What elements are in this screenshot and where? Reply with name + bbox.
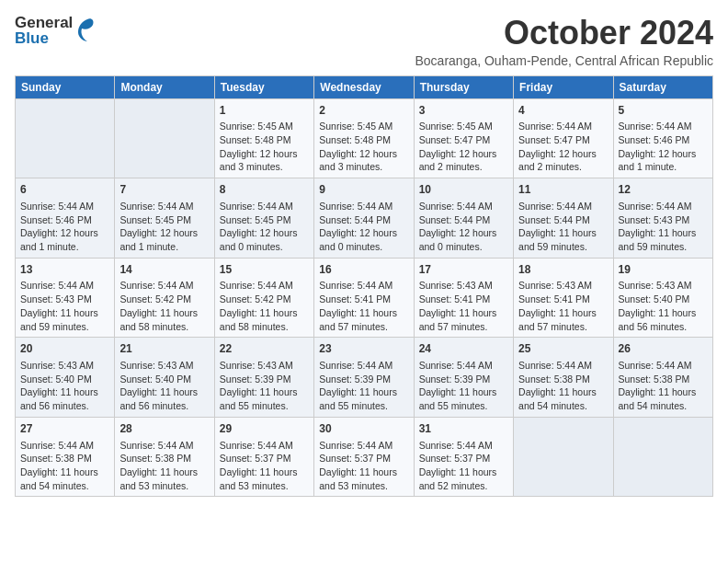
- day-info: Sunrise: 5:44 AM: [419, 200, 508, 213]
- calendar-cell: 17Sunrise: 5:43 AMSunset: 5:41 PMDayligh…: [414, 258, 513, 338]
- day-info: Sunset: 5:48 PM: [319, 133, 408, 147]
- day-info: Sunrise: 5:44 AM: [119, 439, 209, 453]
- day-info: Sunrise: 5:43 AM: [619, 279, 708, 293]
- day-number: 23: [319, 341, 408, 357]
- day-number: 21: [119, 341, 209, 357]
- day-info: and 58 minutes.: [220, 320, 309, 334]
- calendar-week-5: 27Sunrise: 5:44 AMSunset: 5:38 PMDayligh…: [16, 417, 713, 497]
- day-info: Sunrise: 5:44 AM: [220, 439, 309, 453]
- day-info: Sunset: 5:42 PM: [119, 293, 209, 306]
- day-info: Daylight: 11 hours: [419, 465, 508, 479]
- calendar-cell: 31Sunrise: 5:44 AMSunset: 5:37 PMDayligh…: [414, 417, 513, 497]
- day-info: Sunrise: 5:44 AM: [319, 279, 408, 293]
- calendar-cell: [16, 98, 115, 178]
- day-info: Daylight: 11 hours: [119, 306, 209, 320]
- day-info: Sunrise: 5:43 AM: [419, 279, 508, 293]
- calendar-cell: 24Sunrise: 5:44 AMSunset: 5:39 PMDayligh…: [414, 338, 513, 418]
- calendar-week-2: 6Sunrise: 5:44 AMSunset: 5:46 PMDaylight…: [16, 178, 713, 259]
- day-info: Sunrise: 5:44 AM: [20, 200, 109, 213]
- calendar-cell: 1Sunrise: 5:45 AMSunset: 5:48 PMDaylight…: [214, 98, 313, 178]
- calendar-cell: 28Sunrise: 5:44 AMSunset: 5:38 PMDayligh…: [115, 417, 214, 497]
- day-info: and 1 minute.: [119, 240, 209, 254]
- day-info: and 53 minutes.: [220, 479, 309, 493]
- day-info: Sunset: 5:42 PM: [220, 293, 309, 306]
- day-number: 2: [319, 103, 408, 119]
- day-info: Sunrise: 5:44 AM: [220, 200, 309, 213]
- day-info: Daylight: 11 hours: [20, 465, 109, 479]
- day-info: Sunset: 5:38 PM: [20, 452, 109, 465]
- day-info: Sunset: 5:45 PM: [119, 213, 209, 227]
- day-info: Sunrise: 5:44 AM: [619, 359, 708, 373]
- day-info: Daylight: 11 hours: [518, 385, 608, 399]
- day-info: Sunset: 5:47 PM: [419, 133, 508, 147]
- day-info: Daylight: 12 hours: [220, 226, 309, 240]
- day-number: 9: [319, 182, 408, 198]
- day-info: Sunset: 5:46 PM: [20, 213, 109, 227]
- day-header-wednesday: Wednesday: [314, 75, 414, 98]
- day-info: Sunset: 5:39 PM: [319, 373, 408, 386]
- day-info: Sunset: 5:40 PM: [619, 293, 708, 306]
- day-info: and 2 minutes.: [419, 160, 508, 174]
- day-info: Sunrise: 5:44 AM: [20, 439, 109, 453]
- day-info: Sunrise: 5:44 AM: [518, 359, 608, 373]
- day-header-friday: Friday: [514, 75, 613, 98]
- day-info: Daylight: 11 hours: [220, 306, 309, 320]
- calendar-week-1: 1Sunrise: 5:45 AMSunset: 5:48 PMDaylight…: [16, 98, 713, 178]
- day-info: Daylight: 12 hours: [518, 147, 608, 161]
- day-header-monday: Monday: [115, 75, 214, 98]
- calendar-cell: 6Sunrise: 5:44 AMSunset: 5:46 PMDaylight…: [16, 178, 115, 259]
- day-info: Daylight: 11 hours: [419, 306, 508, 320]
- calendar-cell: 13Sunrise: 5:44 AMSunset: 5:43 PMDayligh…: [16, 258, 115, 338]
- calendar-cell: 15Sunrise: 5:44 AMSunset: 5:42 PMDayligh…: [214, 258, 313, 338]
- day-info: Sunset: 5:37 PM: [419, 452, 508, 465]
- day-info: Daylight: 12 hours: [419, 147, 508, 161]
- day-number: 12: [619, 182, 708, 198]
- logo: General Blue: [15, 15, 95, 46]
- day-number: 10: [419, 182, 508, 198]
- day-info: and 1 minute.: [20, 240, 109, 254]
- logo-general: General: [15, 15, 73, 30]
- day-number: 20: [20, 341, 109, 357]
- day-info: Sunrise: 5:44 AM: [319, 200, 408, 213]
- calendar-cell: 14Sunrise: 5:44 AMSunset: 5:42 PMDayligh…: [115, 258, 214, 338]
- logo-blue: Blue: [15, 30, 73, 46]
- calendar-cell: 21Sunrise: 5:43 AMSunset: 5:40 PMDayligh…: [115, 338, 214, 418]
- day-info: Daylight: 11 hours: [220, 465, 309, 479]
- day-info: Daylight: 12 hours: [20, 226, 109, 240]
- calendar-cell: 22Sunrise: 5:43 AMSunset: 5:39 PMDayligh…: [214, 338, 313, 418]
- calendar-week-3: 13Sunrise: 5:44 AMSunset: 5:43 PMDayligh…: [16, 258, 713, 338]
- day-info: and 54 minutes.: [20, 479, 109, 493]
- day-info: Daylight: 11 hours: [20, 306, 109, 320]
- day-number: 11: [518, 182, 608, 198]
- day-number: 1: [220, 103, 309, 119]
- day-number: 18: [518, 262, 608, 278]
- calendar-cell: 19Sunrise: 5:43 AMSunset: 5:40 PMDayligh…: [613, 258, 712, 338]
- day-number: 14: [119, 262, 209, 278]
- day-info: Sunset: 5:43 PM: [20, 293, 109, 306]
- day-number: 16: [319, 262, 408, 278]
- day-info: and 55 minutes.: [220, 399, 309, 413]
- day-info: Sunset: 5:41 PM: [419, 293, 508, 306]
- day-header-thursday: Thursday: [414, 75, 513, 98]
- day-info: Daylight: 11 hours: [619, 385, 708, 399]
- day-info: Daylight: 11 hours: [319, 306, 408, 320]
- day-info: and 59 minutes.: [518, 240, 608, 254]
- calendar-cell: 9Sunrise: 5:44 AMSunset: 5:44 PMDaylight…: [314, 178, 414, 259]
- day-info: and 59 minutes.: [20, 320, 109, 334]
- day-info: and 53 minutes.: [319, 479, 408, 493]
- day-number: 26: [619, 341, 708, 357]
- title-block: October 2024 Bocaranga, Ouham-Pende, Cen…: [415, 15, 713, 68]
- calendar-cell: 30Sunrise: 5:44 AMSunset: 5:37 PMDayligh…: [314, 417, 414, 497]
- calendar-cell: 18Sunrise: 5:43 AMSunset: 5:41 PMDayligh…: [514, 258, 613, 338]
- day-number: 7: [119, 182, 209, 198]
- day-info: Sunset: 5:48 PM: [220, 133, 309, 147]
- calendar-cell: 29Sunrise: 5:44 AMSunset: 5:37 PMDayligh…: [214, 417, 313, 497]
- day-info: Sunset: 5:43 PM: [619, 213, 708, 227]
- day-info: Sunset: 5:37 PM: [220, 452, 309, 465]
- day-info: Daylight: 12 hours: [319, 226, 408, 240]
- day-header-tuesday: Tuesday: [214, 75, 313, 98]
- day-info: Sunrise: 5:45 AM: [220, 120, 309, 133]
- day-info: and 57 minutes.: [419, 320, 508, 334]
- day-info: Daylight: 11 hours: [119, 465, 209, 479]
- day-info: and 2 minutes.: [518, 160, 608, 174]
